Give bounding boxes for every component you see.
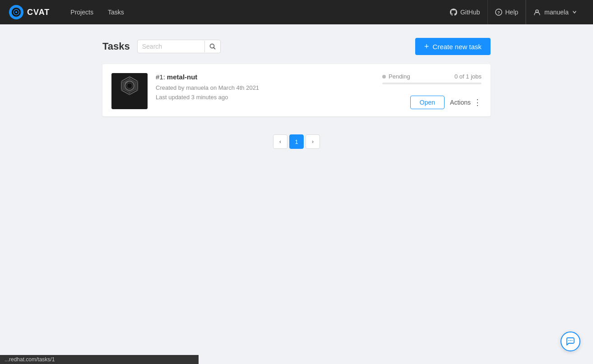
navbar-right: GitHub ? Help manuela bbox=[443, 0, 584, 24]
page-title: Tasks bbox=[102, 41, 130, 52]
open-button[interactable]: Open bbox=[410, 96, 445, 109]
task-name: metal-nut bbox=[167, 73, 198, 81]
help-icon: ? bbox=[495, 9, 502, 16]
github-action[interactable]: GitHub bbox=[443, 0, 488, 24]
username: manuela bbox=[544, 9, 569, 16]
navbar: CVAT Projects Tasks GitHub ? Help manuel… bbox=[0, 0, 593, 24]
three-dots-icon: ⋮ bbox=[473, 98, 482, 106]
svg-point-21 bbox=[570, 340, 571, 341]
brand[interactable]: CVAT bbox=[9, 5, 50, 19]
actions-button[interactable]: Actions ⋮ bbox=[450, 97, 482, 108]
plus-icon: + bbox=[424, 42, 429, 51]
status-label: Pending bbox=[389, 73, 410, 80]
page-1-button[interactable]: 1 bbox=[289, 134, 304, 149]
main-content: Tasks + Create new task bbox=[93, 24, 500, 162]
svg-text:?: ? bbox=[497, 10, 500, 15]
task-id: #1: bbox=[156, 73, 165, 81]
task-thumbnail-image bbox=[111, 73, 148, 109]
search-input[interactable] bbox=[138, 40, 204, 53]
status-badge: Pending bbox=[382, 73, 410, 80]
task-actions-row: Open Actions ⋮ bbox=[382, 96, 482, 109]
next-page-button[interactable]: › bbox=[306, 134, 320, 149]
status-dot bbox=[382, 75, 386, 78]
svg-point-16 bbox=[136, 89, 138, 91]
task-created: Created by manuela on March 4th 2021 bbox=[156, 83, 374, 93]
search-button[interactable] bbox=[204, 41, 220, 52]
github-icon bbox=[450, 9, 457, 16]
svg-point-11 bbox=[127, 83, 132, 88]
task-updated: Last updated 3 minutes ago bbox=[156, 93, 374, 102]
status-bar: ...redhat.com/tasks/1 bbox=[0, 355, 199, 364]
brand-name: CVAT bbox=[27, 8, 50, 17]
github-label: GitHub bbox=[460, 9, 480, 16]
pagination: ‹ 1 › bbox=[102, 134, 491, 149]
task-thumbnail bbox=[111, 73, 148, 109]
brand-logo bbox=[9, 5, 23, 19]
svg-point-18 bbox=[121, 89, 123, 91]
status-url: ...redhat.com/tasks/1 bbox=[5, 356, 55, 363]
nav-tasks[interactable]: Tasks bbox=[101, 0, 131, 24]
help-action[interactable]: ? Help bbox=[488, 0, 526, 24]
task-card: #1: metal-nut Created by manuela on Marc… bbox=[102, 64, 491, 116]
task-status-row: Pending 0 of 1 jobs bbox=[382, 73, 482, 80]
tasks-header: Tasks + Create new task bbox=[102, 38, 491, 55]
task-info: #1: metal-nut Created by manuela on Marc… bbox=[156, 73, 374, 109]
chat-widget[interactable] bbox=[561, 332, 580, 351]
navbar-links: Projects Tasks bbox=[63, 0, 443, 24]
chevron-down-icon bbox=[572, 10, 577, 14]
search-icon bbox=[209, 43, 216, 50]
svg-point-15 bbox=[136, 81, 138, 83]
help-label: Help bbox=[505, 9, 519, 16]
user-menu[interactable]: manuela bbox=[526, 0, 584, 24]
tasks-title-search: Tasks bbox=[102, 40, 221, 53]
svg-point-22 bbox=[572, 340, 573, 341]
chat-icon bbox=[565, 336, 575, 346]
svg-point-17 bbox=[129, 93, 130, 95]
task-right: Pending 0 of 1 jobs Open Actions ⋮ bbox=[382, 73, 482, 109]
svg-point-14 bbox=[129, 77, 130, 78]
user-icon bbox=[533, 9, 541, 16]
task-name-row: #1: metal-nut bbox=[156, 73, 374, 81]
svg-point-19 bbox=[121, 81, 123, 83]
prev-page-button[interactable]: ‹ bbox=[273, 134, 287, 149]
nav-projects[interactable]: Projects bbox=[63, 0, 101, 24]
actions-label: Actions bbox=[450, 99, 471, 106]
jobs-count: 0 of 1 jobs bbox=[454, 73, 482, 80]
task-progress-bar bbox=[382, 83, 482, 84]
create-task-button[interactable]: + Create new task bbox=[415, 38, 491, 55]
create-task-label: Create new task bbox=[433, 43, 482, 51]
search-wrapper bbox=[137, 40, 221, 53]
svg-point-20 bbox=[569, 340, 570, 341]
svg-point-2 bbox=[15, 11, 17, 13]
